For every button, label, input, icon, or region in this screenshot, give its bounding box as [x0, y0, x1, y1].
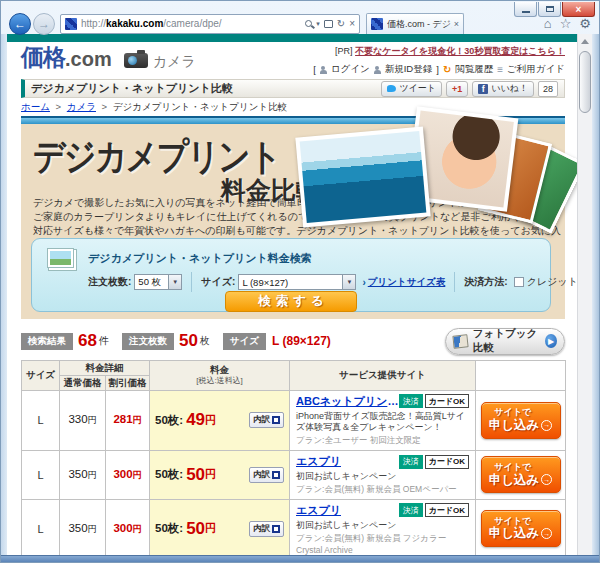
favorites-star-icon[interactable]: ☆ [560, 16, 572, 31]
header-discount-price: 割引価格 [106, 375, 150, 390]
scrollbar-thumb[interactable] [579, 51, 591, 113]
window-left-border [1, 34, 7, 557]
breakdown-label: 内訳 [253, 414, 270, 426]
size-label: サイズ: [201, 275, 235, 289]
row-normal-price: 350円 [60, 451, 106, 500]
header-links: [PR] 不要なケータイを現金化！30秒買取査定はこちら！ [ ログイン 新規I… [313, 45, 565, 76]
tweet-button[interactable]: ツイート [381, 81, 442, 97]
login-link[interactable]: ログイン [331, 63, 370, 76]
register-link[interactable]: 新規ID登録 [385, 63, 433, 76]
header-size: サイズ [22, 361, 60, 391]
yen-unit: 円 [133, 524, 142, 534]
print-size-table-link[interactable]: プリントサイズ表 [368, 276, 446, 289]
maximize-button[interactable] [538, 2, 561, 17]
results-count: 68 [78, 331, 97, 351]
breakdown-button[interactable]: 内訳 [249, 412, 284, 428]
apply-on-site-button[interactable]: サイトで 申し込み→ [481, 510, 561, 547]
credit-card-checkbox[interactable] [514, 277, 524, 287]
book-icon [452, 334, 468, 348]
browser-action-icons: ⌂ ☆ ⚙ [544, 16, 591, 31]
login-icon [320, 66, 327, 74]
section-title: デジカメプリント・ネットプリント比較 [31, 81, 233, 96]
row-total-price: 50枚: 50 円 内訳 [150, 499, 290, 557]
chevron-down-icon[interactable]: ▼ [168, 275, 181, 289]
chevron-down-icon[interactable]: ▼ [342, 275, 355, 289]
section-bar: デジカメプリント・ネットプリント比較 ツイート +1 f いいね！ 28 [21, 79, 565, 98]
row-total-price: 50枚: 50 円 内訳 [150, 451, 290, 500]
breadcrumb-home[interactable]: ホーム [21, 101, 50, 112]
pr-link[interactable]: 不要なケータイを現金化！30秒買取査定はこちら！ [355, 46, 565, 56]
history-icon: ↻ [443, 64, 451, 75]
guide-icon: ≡ [497, 64, 503, 75]
like-button[interactable]: f いいね！ [472, 81, 534, 97]
tweet-label: ツイート [399, 82, 436, 95]
breakdown-button[interactable]: 内訳 [249, 521, 284, 537]
search-icon[interactable] [305, 20, 312, 27]
service-site-link[interactable]: エスプリ [296, 503, 341, 518]
guide-link[interactable]: ご利用ガイド [507, 63, 565, 76]
stop-icon[interactable]: × [349, 19, 355, 29]
scroll-up-arrow-icon[interactable] [578, 34, 592, 49]
search-dropdown-icon[interactable]: ▾ [316, 20, 320, 28]
quantity-select[interactable]: 50 枚 ▼ [134, 274, 182, 290]
card-ok-badge: カードOK [425, 394, 469, 408]
browser-tab[interactable]: 価格.com - デジカメプリ... × [366, 13, 464, 34]
normal-price-value: 350 [68, 522, 87, 534]
close-button[interactable]: × [562, 2, 595, 17]
history-link[interactable]: 閲覧履歴 [455, 63, 493, 76]
compatibility-view-icon[interactable] [324, 20, 333, 28]
popup-window-icon [272, 525, 280, 533]
site-badges: 決済 カードOK [399, 394, 469, 408]
minimize-icon [522, 11, 530, 13]
tab-close-icon[interactable]: × [454, 19, 459, 29]
photobook-label: フォトブック比較 [473, 327, 545, 355]
tab-title: 価格.com - デジカメプリ... [387, 18, 452, 31]
ocean-photo-image [300, 131, 427, 223]
apply-on-site-button[interactable]: サイトで 申し込み→ [481, 402, 561, 439]
tab-favicon [371, 18, 383, 30]
vertical-scrollbar[interactable] [577, 34, 592, 557]
breakdown-button[interactable]: 内訳 [249, 467, 284, 483]
social-buttons: ツイート +1 f いいね！ 28 [381, 81, 558, 97]
discount-price-value: 300 [113, 468, 132, 480]
campaign-description: iPhone背面サイズ販売記念！高品質Lサイズ体験写真＆全プレキャンペーン！ [296, 411, 469, 434]
twitter-bird-icon [387, 85, 396, 92]
search-submit-button[interactable]: 検索する [225, 291, 357, 312]
apply-label-top: サイトで [495, 463, 532, 473]
payment-badge: 決済 [399, 455, 423, 469]
campaign-description: 初回お試しキャンペーン [296, 471, 469, 483]
back-button[interactable]: ← [9, 13, 31, 35]
size-select[interactable]: L (89×127) ▼ [238, 274, 356, 290]
address-bar[interactable]: http://kakaku.com/camera/dpe/ ▾ ↻ × [60, 14, 360, 34]
url-path: /camera/dpe/ [163, 18, 221, 29]
size-badge: サイズ [223, 333, 266, 350]
photobook-compare-button[interactable]: フォトブック比較 ▶ [445, 328, 565, 355]
url-protocol: http:// [81, 18, 106, 29]
price-quantity: 50枚: [155, 413, 183, 428]
table-row: L 350円 300円 50枚: 50 円 内訳 エスプリ 決済 カードOK [22, 451, 566, 500]
search-panel: デジカメプリント・ネットプリント料金検索 注文枚数: 50 枚 ▼ サイズ: L… [31, 238, 551, 312]
row-service-site: エスプリ 決済 カードOK 初回お試しキャンペーン プラン:会員(無料) 新規会… [290, 499, 476, 557]
site-favicon [65, 18, 77, 30]
apply-on-site-button[interactable]: サイトで 申し込み→ [481, 456, 561, 493]
row-normal-price: 330円 [60, 390, 106, 450]
minimize-button[interactable] [514, 2, 537, 17]
service-site-link[interactable]: エスプリ [296, 454, 341, 469]
breadcrumb-camera[interactable]: カメラ [67, 101, 96, 112]
settings-gear-icon[interactable]: ⚙ [579, 16, 591, 31]
search-panel-title: デジカメプリント・ネットプリント料金検索 [88, 251, 312, 266]
row-total-price: 50枚: 49 円 内訳 [150, 390, 290, 450]
row-discount-price: 281円 [106, 390, 150, 450]
campaign-description: 初回お試しキャンペーン [296, 520, 469, 532]
plus-one-button[interactable]: +1 [446, 81, 468, 97]
page-top-strip [7, 34, 579, 42]
forward-button[interactable]: → [33, 13, 55, 35]
row-apply: サイトで 申し込み→ [476, 499, 566, 557]
home-icon[interactable]: ⌂ [544, 16, 552, 31]
ocean-photo [295, 127, 430, 228]
hero-banner: デジカメプリント 料金比較 デジカメで撮影したお気に入りの写真をネット経由で簡単… [21, 116, 565, 319]
apply-arrow-icon: → [541, 528, 552, 539]
refresh-icon[interactable]: ↻ [337, 19, 345, 29]
breadcrumb-separator: > [102, 101, 108, 112]
service-site-link[interactable]: ABCネットプリント Light [296, 394, 399, 409]
